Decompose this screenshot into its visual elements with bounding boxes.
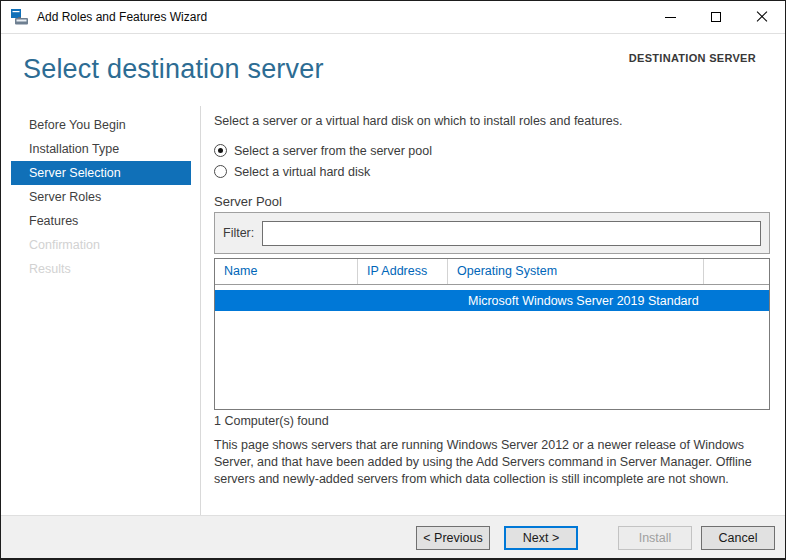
server-pool-heading: Server Pool [214, 194, 770, 209]
sidebar-item-features[interactable]: Features [11, 209, 191, 233]
destination-server-label: DESTINATION SERVER [629, 52, 756, 64]
column-header-ip-address[interactable]: IP Address [358, 259, 448, 284]
radio-label: Select a server from the server pool [234, 144, 432, 158]
maximize-icon [711, 12, 721, 22]
column-header-name[interactable]: Name [215, 259, 358, 284]
page-description: This page shows servers that are running… [214, 437, 770, 488]
filter-label: Filter: [223, 226, 254, 240]
close-icon [756, 11, 768, 23]
close-button[interactable] [739, 1, 785, 33]
sidebar-item-server-roles[interactable]: Server Roles [11, 185, 191, 209]
sidebar-item-installation-type[interactable]: Installation Type [11, 137, 191, 161]
cell-operating-system: Microsoft Windows Server 2019 Standard [448, 294, 704, 308]
previous-button[interactable]: < Previous [416, 526, 490, 550]
sidebar-item-confirmation: Confirmation [11, 233, 191, 257]
radio-select-virtual-hard-disk[interactable]: Select a virtual hard disk [214, 161, 770, 182]
radio-unselected-icon [214, 165, 227, 178]
window-title: Add Roles and Features Wizard [37, 10, 647, 24]
table-row[interactable]: Microsoft Windows Server 2019 Standard [215, 290, 769, 311]
radio-selected-icon [214, 144, 227, 157]
install-button: Install [618, 526, 692, 550]
table-header-row: Name IP Address Operating System [215, 259, 769, 285]
sidebar-item-server-selection[interactable]: Server Selection [11, 161, 191, 185]
radio-select-server-pool[interactable]: Select a server from the server pool [214, 140, 770, 161]
table-body: Microsoft Windows Server 2019 Standard [215, 285, 769, 409]
wizard-footer: < Previous Next > Install Cancel [1, 515, 785, 558]
title-bar: Add Roles and Features Wizard [1, 1, 785, 34]
wizard-icon [11, 9, 29, 25]
cancel-button[interactable]: Cancel [701, 526, 775, 550]
wizard-steps-sidebar: Before You Begin Installation Type Serve… [1, 106, 201, 515]
filter-panel: Filter: [214, 212, 770, 254]
minimize-button[interactable] [647, 1, 693, 33]
intro-text: Select a server or a virtual hard disk o… [214, 114, 770, 128]
column-header-empty [704, 259, 769, 284]
page-title: Select destination server [23, 54, 324, 85]
computers-found-text: 1 Computer(s) found [214, 414, 770, 428]
wizard-window: Add Roles and Features Wizard Select des… [0, 0, 786, 560]
column-header-operating-system[interactable]: Operating System [448, 259, 704, 284]
maximize-button[interactable] [693, 1, 739, 33]
filter-input[interactable] [262, 221, 761, 246]
page-content: Select a server or a virtual hard disk o… [201, 106, 786, 515]
sidebar-item-results: Results [11, 257, 191, 281]
next-button[interactable]: Next > [504, 526, 578, 550]
wizard-body: Before You Begin Installation Type Serve… [1, 106, 785, 515]
radio-label: Select a virtual hard disk [234, 165, 370, 179]
window-controls [647, 1, 785, 33]
minimize-icon [665, 17, 676, 18]
wizard-header: Select destination server DESTINATION SE… [1, 34, 785, 106]
sidebar-item-before-you-begin[interactable]: Before You Begin [11, 113, 191, 137]
server-pool-table: Name IP Address Operating System Microso… [214, 258, 770, 410]
